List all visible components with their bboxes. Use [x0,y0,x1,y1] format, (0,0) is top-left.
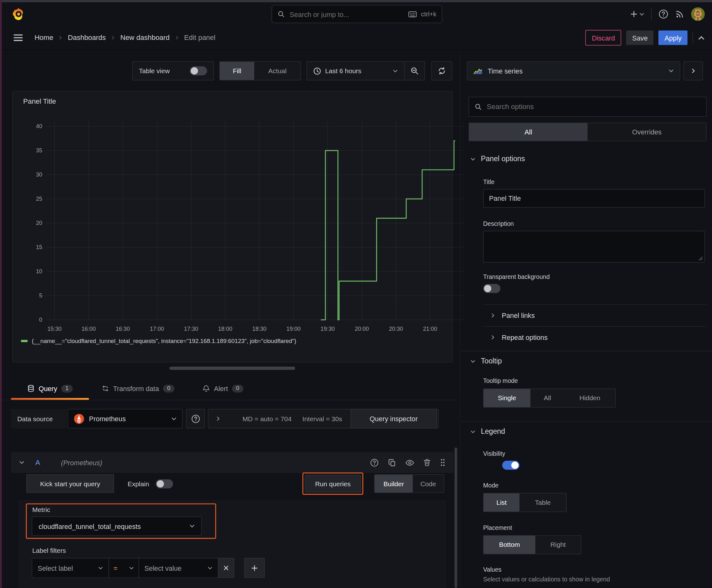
query-ref-id[interactable]: A [36,458,40,466]
chart-legend: {__name__="cloudflared_tunnel_total_requ… [21,338,296,344]
collapse-query-icon[interactable] [19,460,24,465]
section-divider [461,351,712,351]
breadcrumb-new-dashboard[interactable]: New dashboard [120,34,170,42]
save-button[interactable]: Save [626,30,654,45]
drag-handle-icon[interactable] [440,458,446,466]
menu-icon[interactable] [14,34,23,41]
collapse-options-icon[interactable] [698,34,705,41]
tooltip-header[interactable]: Tooltip [470,357,502,365]
datasource-picker[interactable]: Prometheus [68,409,183,428]
svg-text:40: 40 [36,123,42,129]
run-queries-button[interactable]: Run queries [305,475,361,492]
discard-button[interactable]: Discard [585,30,621,45]
duplicate-query-icon[interactable] [388,459,396,466]
toggle-visibility-icon[interactable] [406,459,414,466]
code-tab[interactable]: Code [413,475,444,492]
legend-title: Legend [481,427,505,436]
zoom-out-button[interactable] [405,67,425,75]
select-label-placeholder: Select label [38,564,73,572]
collapse-pane-button[interactable] [684,61,703,80]
tooltip-all-tab[interactable]: All [530,389,564,407]
active-tab-underline [11,398,89,400]
svg-text:16:30: 16:30 [115,326,130,332]
zoom-out-icon [411,67,419,75]
keyboard-icon [408,11,417,18]
global-search-input[interactable] [289,10,404,18]
actual-tab[interactable]: Actual [254,62,301,80]
panel-links-row[interactable]: Panel links [490,308,535,322]
query-inspector-button[interactable]: Query inspector [351,409,437,428]
kick-start-button[interactable]: Kick start your query [26,474,114,493]
fill-tab[interactable]: Fill [220,62,254,80]
select-label-dropdown[interactable]: Select label [32,558,109,578]
help-button[interactable] [658,9,668,19]
tooltip-single-tab[interactable]: Single [483,389,530,407]
placement-right-tab[interactable]: Right [535,536,581,554]
query-count-badge: 1 [61,384,72,392]
time-series-chart[interactable]: 051015202530354015:3016:0016:3017:0017:3… [16,113,464,338]
metric-select[interactable]: cloudflared_tunnel_total_requests [32,517,201,536]
transform-icon [102,385,109,392]
description-textarea[interactable] [483,231,705,262]
mode-table-tab[interactable]: Table [520,493,566,512]
mode-list-tab[interactable]: List [483,493,519,512]
query-help-icon[interactable] [370,458,379,467]
database-icon [27,385,35,392]
add-new-button[interactable] [630,10,645,18]
query-interval: Interval = 30s [302,415,342,422]
operator-dropdown[interactable]: = [109,558,139,578]
visualization-picker[interactable]: Time series [467,61,680,80]
placement-bottom-tab[interactable]: Bottom [483,536,535,554]
panel-title[interactable]: Panel Title [23,97,56,106]
tab-alert[interactable]: Alert 0 [202,377,243,400]
builder-tab[interactable]: Builder [374,475,412,492]
table-view-toggle[interactable] [190,66,207,76]
search-icon [278,10,285,18]
breadcrumb-dashboards[interactable]: Dashboards [68,34,106,42]
breadcrumb-separator-icon [175,36,179,40]
grafana-logo[interactable] [12,2,25,26]
avatar[interactable] [691,7,705,21]
svg-text:17:30: 17:30 [184,326,198,332]
vertical-scrollbar[interactable] [455,447,457,588]
repeat-options-row[interactable]: Repeat options [490,330,547,344]
explain-toggle[interactable] [155,479,173,488]
title-input[interactable] [483,189,705,208]
tab-all[interactable]: All [469,123,588,141]
horizontal-scrollbar[interactable] [170,366,296,370]
options-search-box[interactable] [469,97,707,117]
global-search-box[interactable]: ctrl+k [272,5,442,23]
options-search-input[interactable] [486,102,701,111]
chevron-down-icon [470,429,475,434]
legend-header[interactable]: Legend [470,427,505,436]
svg-text:20: 20 [36,220,42,226]
svg-text:20:00: 20:00 [355,326,369,332]
legend-swatch[interactable] [21,340,28,342]
transparent-background-toggle[interactable] [483,284,500,293]
datasource-help-button[interactable] [186,409,205,428]
breadcrumb-home[interactable]: Home [35,34,53,42]
apply-button[interactable]: Apply [659,30,688,45]
panel-options-header[interactable]: Panel options [470,155,525,163]
help-icon [191,414,200,423]
tab-overrides[interactable]: Overrides [588,123,706,141]
tooltip-hidden-tab[interactable]: Hidden [564,389,615,407]
legend-label[interactable]: {__name__="cloudflared_tunnel_total_requ… [32,338,296,344]
select-value-dropdown[interactable]: Select value [138,558,218,578]
add-filter-button[interactable] [244,558,265,578]
resize-handle-icon[interactable] [698,256,703,261]
time-range-picker[interactable]: Last 6 hours [307,67,404,75]
svg-text:15:30: 15:30 [47,326,62,332]
news-icon[interactable] [675,9,684,19]
metric-value: cloudflared_tunnel_total_requests [39,522,141,530]
tab-query[interactable]: Query 1 [11,377,89,400]
options-divider [483,304,707,305]
legend-visibility-toggle[interactable] [502,461,520,470]
svg-text:35: 35 [36,147,42,153]
refresh-button[interactable] [431,61,452,80]
query-row-header[interactable]: A (Prometheus) [11,452,454,473]
query-builder-body: Metric cloudflared_tunnel_total_requests… [18,500,447,588]
remove-filter-button[interactable] [218,558,234,578]
delete-query-icon[interactable] [424,459,431,466]
tab-transform-data[interactable]: Transform data 0 [102,377,175,400]
